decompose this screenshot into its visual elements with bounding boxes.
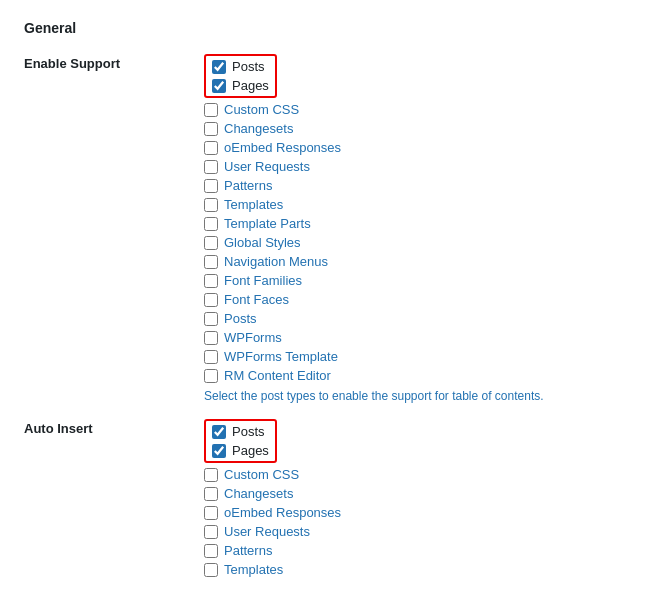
checkbox-item-es-user-requests: User Requests [204,159,624,174]
checkbox-item-es-template-parts: Template Parts [204,216,624,231]
label-ai-templates[interactable]: Templates [224,562,283,577]
enable-support-label: Enable Support [24,54,204,71]
label-ai-custom-css[interactable]: Custom CSS [224,467,299,482]
checkbox-item-ai-user-requests: User Requests [204,524,624,539]
checkbox-es-rm-content[interactable] [204,369,218,383]
checkbox-es-changesets[interactable] [204,122,218,136]
checkbox-item-ai-pages: Pages [212,443,269,458]
checkbox-item-es-templates: Templates [204,197,624,212]
section-title: General [24,20,624,36]
checkbox-es-posts[interactable] [212,60,226,74]
checkbox-es-posts2[interactable] [204,312,218,326]
label-es-font-families[interactable]: Font Families [224,273,302,288]
label-es-oembed[interactable]: oEmbed Responses [224,140,341,155]
checkbox-item-es-font-families: Font Families [204,273,624,288]
label-es-custom-css[interactable]: Custom CSS [224,102,299,117]
label-ai-posts[interactable]: Posts [232,424,265,439]
checkbox-item-es-wpforms-template: WPForms Template [204,349,624,364]
enable-support-highlighted: Posts Pages [204,54,277,98]
checkbox-es-wpforms-template[interactable] [204,350,218,364]
checkbox-ai-custom-css[interactable] [204,468,218,482]
checkbox-item-es-global-styles: Global Styles [204,235,624,250]
label-es-rm-content[interactable]: RM Content Editor [224,368,331,383]
enable-support-list: Custom CSS Changesets oEmbed Responses U… [204,102,624,383]
checkbox-item-ai-oembed: oEmbed Responses [204,505,624,520]
checkbox-es-oembed[interactable] [204,141,218,155]
label-es-nav-menus[interactable]: Navigation Menus [224,254,328,269]
checkbox-ai-patterns[interactable] [204,544,218,558]
auto-insert-label: Auto Insert [24,419,204,436]
label-es-global-styles[interactable]: Global Styles [224,235,301,250]
checkbox-ai-user-requests[interactable] [204,525,218,539]
checkbox-ai-templates[interactable] [204,563,218,577]
label-es-posts[interactable]: Posts [232,59,265,74]
label-es-patterns[interactable]: Patterns [224,178,272,193]
checkbox-es-nav-menus[interactable] [204,255,218,269]
checkbox-es-template-parts[interactable] [204,217,218,231]
checkbox-es-wpforms[interactable] [204,331,218,345]
checkbox-es-font-families[interactable] [204,274,218,288]
checkbox-es-patterns[interactable] [204,179,218,193]
auto-insert-row: Auto Insert Posts Pages Custom CSS Chang… [24,419,624,577]
checkbox-ai-oembed[interactable] [204,506,218,520]
label-ai-changesets[interactable]: Changesets [224,486,293,501]
checkbox-ai-posts[interactable] [212,425,226,439]
label-es-changesets[interactable]: Changesets [224,121,293,136]
checkbox-es-font-faces[interactable] [204,293,218,307]
label-es-posts2[interactable]: Posts [224,311,257,326]
auto-insert-content: Posts Pages Custom CSS Changesets oEmbed… [204,419,624,577]
checkbox-es-global-styles[interactable] [204,236,218,250]
checkbox-item-ai-templates: Templates [204,562,624,577]
label-es-wpforms-template[interactable]: WPForms Template [224,349,338,364]
label-es-wpforms[interactable]: WPForms [224,330,282,345]
checkbox-es-user-requests[interactable] [204,160,218,174]
checkbox-ai-pages[interactable] [212,444,226,458]
checkbox-item-es-wpforms: WPForms [204,330,624,345]
checkbox-ai-changesets[interactable] [204,487,218,501]
checkbox-item-ai-changesets: Changesets [204,486,624,501]
enable-support-help: Select the post types to enable the supp… [204,389,624,403]
label-ai-pages[interactable]: Pages [232,443,269,458]
checkbox-item-es-posts: Posts [212,59,269,74]
checkbox-item-es-font-faces: Font Faces [204,292,624,307]
checkbox-item-es-oembed: oEmbed Responses [204,140,624,155]
checkbox-item-es-posts2: Posts [204,311,624,326]
label-ai-patterns[interactable]: Patterns [224,543,272,558]
checkbox-es-custom-css[interactable] [204,103,218,117]
checkbox-item-es-custom-css: Custom CSS [204,102,624,117]
label-ai-oembed[interactable]: oEmbed Responses [224,505,341,520]
label-es-pages[interactable]: Pages [232,78,269,93]
checkbox-item-ai-posts: Posts [212,424,269,439]
checkbox-item-es-nav-menus: Navigation Menus [204,254,624,269]
checkbox-item-es-patterns: Patterns [204,178,624,193]
checkbox-item-es-changesets: Changesets [204,121,624,136]
checkbox-item-ai-patterns: Patterns [204,543,624,558]
label-es-template-parts[interactable]: Template Parts [224,216,311,231]
label-es-user-requests[interactable]: User Requests [224,159,310,174]
checkbox-item-ai-custom-css: Custom CSS [204,467,624,482]
label-ai-user-requests[interactable]: User Requests [224,524,310,539]
enable-support-content: Posts Pages Custom CSS Changesets oEmbed… [204,54,624,403]
auto-insert-highlighted: Posts Pages [204,419,277,463]
enable-support-row: Enable Support Posts Pages Custom CSS Ch… [24,54,624,403]
checkbox-item-es-rm-content: RM Content Editor [204,368,624,383]
auto-insert-list: Custom CSS Changesets oEmbed Responses U… [204,467,624,577]
label-es-templates[interactable]: Templates [224,197,283,212]
checkbox-es-pages[interactable] [212,79,226,93]
checkbox-item-es-pages: Pages [212,78,269,93]
label-es-font-faces[interactable]: Font Faces [224,292,289,307]
checkbox-es-templates[interactable] [204,198,218,212]
